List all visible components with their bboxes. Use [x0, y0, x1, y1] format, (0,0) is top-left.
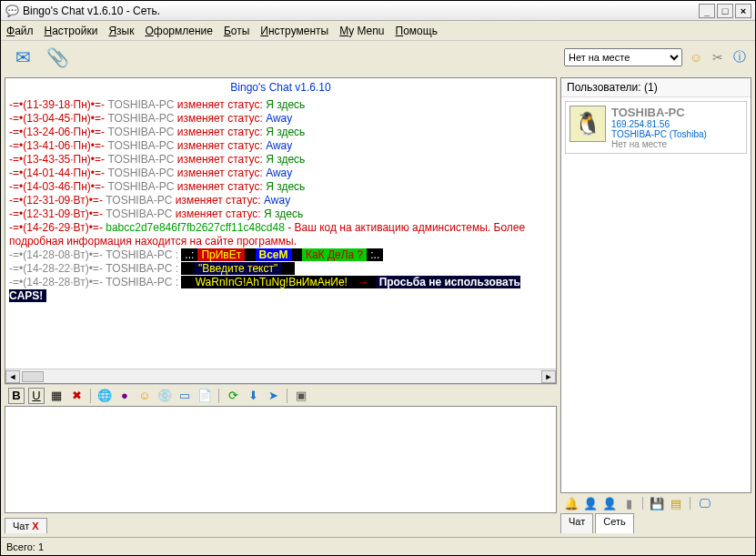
globe-icon[interactable]: 🌐	[96, 388, 113, 404]
menu-settings[interactable]: Настройки	[45, 25, 98, 37]
user-blue-icon[interactable]: 👤	[583, 496, 598, 511]
color-grid-icon[interactable]: ▦	[48, 388, 65, 404]
page-icon[interactable]: ▭	[176, 388, 193, 404]
disc-icon[interactable]: 💿	[156, 388, 173, 404]
h-scrollbar[interactable]: ◄ ►	[5, 369, 556, 383]
user-name: TOSHIBA-PC	[611, 106, 707, 119]
status-count: Всего: 1	[6, 541, 44, 552]
format-toolbar: B U ▦ ✖ 🌐 ● ☺ 💿 ▭ 📄 ⟳ ⬇ ➤ ▣	[5, 384, 557, 406]
bell-icon[interactable]: 🔔	[564, 496, 579, 511]
bold-button[interactable]: B	[8, 388, 25, 404]
pin-icon[interactable]: 📎	[43, 45, 72, 70]
users-panel: Пользователи: (1) 🐧 TOSHIBA-PC 169.254.8…	[560, 77, 751, 493]
title-text: Bingo's Chat v1.6.10 - Сеть.	[23, 5, 697, 17]
titlebar: 💬 Bingo's Chat v1.6.10 - Сеть. _ □ ×	[1, 1, 755, 21]
minimize-button[interactable]: _	[699, 4, 715, 18]
clear-icon[interactable]: ✖	[68, 388, 85, 404]
folder-icon[interactable]: ▮	[621, 496, 636, 511]
menu-file[interactable]: Файл	[6, 25, 34, 37]
tools-icon[interactable]: ✂	[710, 49, 726, 66]
emoji-icon[interactable]: ☺	[136, 388, 153, 404]
menu-help[interactable]: Помощь	[396, 25, 438, 37]
scroll-thumb[interactable]	[22, 371, 44, 382]
menu-lang[interactable]: Язык	[108, 25, 134, 37]
app-icon: 💬	[5, 4, 19, 18]
user-full: TOSHIBA-PC (Toshiba)	[611, 129, 707, 139]
user-entry[interactable]: 🐧 TOSHIBA-PC 169.254.81.56 TOSHIBA-PC (T…	[565, 101, 747, 154]
menu-bots[interactable]: Боты	[224, 25, 249, 37]
input-area	[5, 406, 557, 513]
doc-icon[interactable]: 📄	[197, 388, 213, 404]
info-icon[interactable]: ⓘ	[731, 49, 748, 66]
content-area: Bingo's Chat v1.6.10 -=•(11-39-18·Пн)•=-…	[1, 74, 755, 537]
user-red-icon[interactable]: 👤	[602, 496, 617, 511]
scroll-right-icon[interactable]: ►	[541, 370, 556, 383]
menu-my[interactable]: My Menu	[339, 25, 384, 37]
statusbar: Всего: 1	[1, 537, 755, 555]
screen-icon[interactable]: 🖵	[697, 496, 711, 511]
list-icon[interactable]: ▤	[669, 496, 683, 511]
maximize-button[interactable]: □	[717, 4, 733, 18]
message-input[interactable]	[9, 410, 552, 509]
menu-theme[interactable]: Оформление	[145, 25, 213, 37]
right-tabs: Чат Сеть	[560, 513, 751, 533]
underline-button[interactable]: U	[28, 388, 45, 404]
right-panel: Пользователи: (1) 🐧 TOSHIBA-PC 169.254.8…	[560, 77, 751, 533]
avatar-icon: 🐧	[570, 106, 606, 142]
scroll-left-icon[interactable]: ◄	[5, 370, 20, 383]
save-icon[interactable]: 💾	[650, 496, 664, 511]
users-header: Пользователи: (1)	[561, 78, 751, 97]
menubar: Файл Настройки Язык Оформление Боты Инст…	[1, 21, 755, 41]
user-ip: 169.254.81.56	[611, 119, 707, 129]
refresh-icon[interactable]: ⟳	[225, 388, 241, 404]
send-arrow-icon[interactable]: ➤	[265, 388, 281, 404]
left-panel: Bingo's Chat v1.6.10 -=•(11-39-18·Пн)•=-…	[5, 77, 557, 533]
tab-chat-right[interactable]: Чат	[560, 513, 593, 533]
chat-title: Bingo's Chat v1.6.10	[5, 78, 556, 96]
download-icon[interactable]: ⬇	[245, 388, 261, 404]
right-iconbar: 🔔 👤 👤 ▮ 💾 ▤ 🖵	[560, 493, 751, 513]
purple-ball-icon[interactable]: ●	[116, 388, 133, 404]
tab-chat-left[interactable]: ЧатX	[5, 518, 47, 533]
menu-tools[interactable]: Инструменты	[260, 25, 328, 37]
chat-log[interactable]: -=•(11-39-18·Пн)•=- TOSHIBA-PC изменяет …	[5, 96, 556, 369]
smiley-icon[interactable]: ☺	[688, 49, 704, 66]
main-toolbar: ✉ 📎 Нет на месте ☺ ✂ ⓘ	[1, 41, 755, 74]
user-status: Нет на месте	[611, 139, 707, 149]
status-dropdown[interactable]: Нет на месте	[564, 48, 682, 66]
app-window: 💬 Bingo's Chat v1.6.10 - Сеть. _ □ × Фай…	[0, 0, 756, 556]
chat-panel: Bingo's Chat v1.6.10 -=•(11-39-18·Пн)•=-…	[5, 77, 557, 384]
left-tabs: ЧатX	[5, 513, 557, 533]
window-icon[interactable]: ▣	[293, 388, 309, 404]
close-button[interactable]: ×	[735, 4, 751, 18]
tab-network-right[interactable]: Сеть	[595, 513, 633, 533]
envelope-icon[interactable]: ✉	[8, 45, 37, 70]
